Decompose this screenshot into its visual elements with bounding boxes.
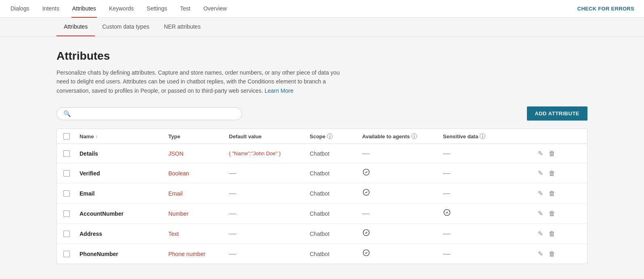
cell-sensitive: — (443, 169, 524, 177)
table-row: Verified Boolean — Chatbot — ✎ 🗑 (57, 163, 587, 183)
cell-default: — (229, 209, 310, 218)
cell-scope: Chatbot (310, 251, 362, 257)
header-name: Name ↕ (80, 133, 168, 140)
header-available: Available to agents i (362, 133, 443, 140)
sub-tabs: Attributes Custom data types NER attribu… (0, 18, 644, 37)
edit-button[interactable]: ✎ (537, 249, 544, 258)
cell-scope: Chatbot (310, 170, 362, 177)
cell-default: — (229, 250, 310, 258)
delete-button[interactable]: 🗑 (548, 229, 556, 238)
cell-available (362, 168, 443, 178)
cell-sensitive (443, 208, 524, 219)
table-row: Details JSON { "Name":"John Doe" } Chatb… (57, 144, 587, 163)
edit-button[interactable]: ✎ (537, 209, 544, 218)
cell-sensitive: — (443, 149, 524, 158)
delete-button[interactable]: 🗑 (548, 209, 556, 218)
nav-item-dialogs[interactable]: Dialogs (10, 0, 30, 18)
row-actions: ✎ 🗑 (524, 229, 556, 238)
cell-default: — (229, 189, 310, 198)
table-row: Email Email — Chatbot — ✎ 🗑 (57, 183, 587, 204)
row-actions: ✎ 🗑 (524, 249, 556, 258)
row-checkbox[interactable] (63, 251, 80, 257)
cell-scope: Chatbot (310, 150, 362, 157)
cell-name: Details (80, 150, 168, 157)
cell-type: JSON (168, 150, 229, 157)
tab-attributes[interactable]: Attributes (57, 18, 95, 36)
edit-button[interactable]: ✎ (537, 149, 544, 158)
search-wrap: 🔍 (57, 107, 242, 120)
row-checkbox[interactable] (63, 170, 80, 177)
table-header: Name ↕ Type Default value Scope i Availa… (57, 129, 587, 144)
cell-default: { "Name":"John Doe" } (229, 150, 310, 156)
cell-scope: Chatbot (310, 231, 362, 237)
cell-type: Boolean (168, 170, 229, 177)
learn-more-link[interactable]: Learn More (264, 87, 294, 94)
available-info-icon[interactable]: i (411, 133, 417, 139)
nav-item-attributes[interactable]: Attributes (71, 0, 97, 18)
attributes-table: Name ↕ Type Default value Scope i Availa… (57, 129, 587, 264)
header-type: Type (168, 133, 229, 140)
delete-button[interactable]: 🗑 (548, 249, 556, 258)
check-errors-button[interactable]: CHECK FOR ERRORS (577, 6, 634, 12)
row-checkbox[interactable] (63, 210, 80, 217)
cell-name: Email (80, 190, 168, 197)
table-row: PhoneNumber Phone number — Chatbot — ✎ 🗑 (57, 244, 587, 264)
cell-available (362, 249, 443, 259)
cell-scope: Chatbot (310, 190, 362, 197)
cell-sensitive: — (443, 229, 524, 238)
add-attribute-button[interactable]: ADD ATTRIBUTE (527, 106, 588, 121)
cell-scope: Chatbot (310, 210, 362, 217)
table-row: Address Text — Chatbot — ✎ 🗑 (57, 224, 587, 244)
header-checkbox (63, 133, 80, 140)
scope-info-icon[interactable]: i (327, 133, 333, 139)
cell-type: Email (168, 190, 229, 197)
header-sensitive: Sensitive data i (443, 133, 524, 140)
table-row: AccountNumber Number — Chatbot — ✎ 🗑 (57, 204, 587, 224)
page-title: Attributes (57, 50, 587, 62)
header-scope: Scope i (310, 133, 362, 140)
page-description: Personalize chats by defining attributes… (57, 68, 347, 95)
delete-button[interactable]: 🗑 (548, 189, 556, 198)
nav-item-intents[interactable]: Intents (42, 0, 60, 18)
top-navigation: Dialogs Intents Attributes Keywords Sett… (0, 0, 644, 18)
cell-sensitive: — (443, 189, 524, 198)
cell-name: Address (80, 231, 168, 237)
tab-ner-attributes[interactable]: NER attributes (157, 18, 208, 36)
row-actions: ✎ 🗑 (524, 149, 556, 158)
row-actions: ✎ 🗑 (524, 169, 556, 178)
cell-type: Number (168, 210, 229, 217)
nav-item-test[interactable]: Test (179, 0, 191, 18)
cell-type: Phone number (168, 251, 229, 257)
row-checkbox[interactable] (63, 231, 80, 237)
select-all-checkbox[interactable] (63, 133, 70, 140)
nav-item-keywords[interactable]: Keywords (108, 0, 134, 18)
nav-item-overview[interactable]: Overview (203, 0, 228, 18)
cell-available (362, 188, 443, 198)
tab-custom-data-types[interactable]: Custom data types (95, 18, 157, 36)
cell-name: Verified (80, 170, 168, 177)
delete-button[interactable]: 🗑 (548, 169, 556, 178)
search-add-row: 🔍 ADD ATTRIBUTE (57, 106, 587, 121)
row-checkbox[interactable] (63, 150, 80, 157)
cell-default: — (229, 169, 310, 177)
search-icon: 🔍 (63, 110, 71, 117)
cell-available (362, 229, 443, 239)
cell-available: — (362, 209, 443, 218)
cell-name: PhoneNumber (80, 251, 168, 257)
cell-sensitive: — (443, 250, 524, 258)
header-default: Default value (229, 133, 310, 140)
row-actions: ✎ 🗑 (524, 189, 556, 198)
main-content: Attributes Personalize chats by defining… (0, 37, 644, 279)
search-input[interactable] (74, 110, 235, 117)
row-checkbox[interactable] (63, 190, 80, 197)
sensitive-info-icon[interactable]: i (480, 133, 485, 139)
edit-button[interactable]: ✎ (537, 229, 544, 238)
cell-default: — (229, 229, 310, 238)
edit-button[interactable]: ✎ (537, 169, 544, 178)
nav-items: Dialogs Intents Attributes Keywords Sett… (10, 0, 228, 18)
sort-icon[interactable]: ↕ (95, 134, 98, 139)
delete-button[interactable]: 🗑 (548, 149, 556, 158)
cell-name: AccountNumber (80, 210, 168, 217)
nav-item-settings[interactable]: Settings (146, 0, 168, 18)
edit-button[interactable]: ✎ (537, 189, 544, 198)
